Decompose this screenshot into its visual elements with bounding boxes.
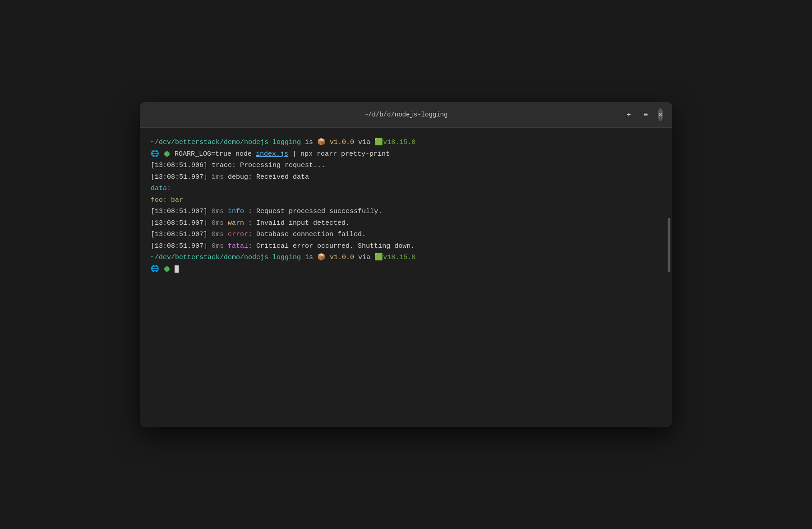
log-line-trace: [13:08:51.906] trace: Processing request…	[151, 160, 661, 172]
menu-button[interactable]: ≡	[641, 110, 651, 120]
version-2: v1.0.0	[326, 254, 354, 261]
version-1: v1.0.0	[326, 139, 354, 146]
path-line-2: ~/dev/betterstack/demo/nodejs-logging is…	[151, 252, 661, 264]
error-level: error	[228, 231, 248, 238]
timestamp-debug: [13:08:51.907]	[151, 173, 208, 181]
scrollbar[interactable]	[668, 218, 670, 272]
debug-level: debug: Received data	[228, 173, 309, 181]
titlebar-title: ~/d/b/d/nodejs-logging	[185, 111, 627, 118]
terminal-body[interactable]: ~/dev/betterstack/demo/nodejs-logging is…	[140, 128, 672, 427]
prompt-line: 🌐	[151, 264, 661, 275]
env-var: ROARR_LOG=true node	[175, 150, 256, 158]
data-label: data:	[151, 185, 171, 192]
fatal-message: : Critical error occurred. Shutting down…	[248, 242, 415, 250]
log-line-debug: [13:08:51.907] 1ms debug: Received data	[151, 172, 661, 183]
is-text-1: is	[301, 139, 317, 146]
log-line-warn: [13:08:51.907] 0ms warn : Invalid input …	[151, 218, 661, 229]
timestamp-warn: [13:08:51.907]	[151, 219, 208, 227]
via-text-2: via	[354, 254, 374, 261]
is-text-2: is	[301, 254, 317, 261]
path-text-2: ~/dev/betterstack/demo/nodejs-logging	[151, 254, 301, 261]
data-content-line: foo: bar	[151, 195, 661, 206]
path-text-1: ~/dev/betterstack/demo/nodejs-logging	[151, 139, 301, 146]
via-text-1: via	[354, 139, 374, 146]
package-emoji-2: 📦	[317, 254, 326, 261]
ms-warn: 0ms	[212, 219, 228, 227]
trace-level: trace: Processing request...	[212, 162, 325, 169]
fatal-level: fatal	[228, 242, 248, 250]
status-dot	[164, 151, 170, 157]
titlebar-controls: + ≡ ✕	[627, 108, 663, 121]
new-tab-button[interactable]: +	[624, 110, 633, 120]
log-line-fatal: [13:08:51.907] 0ms fatal: Critical error…	[151, 241, 661, 252]
timestamp-info: [13:08:51.907]	[151, 208, 208, 215]
titlebar: ~/d/b/d/nodejs-logging + ≡ ✕	[140, 102, 672, 128]
log-line-error: [13:08:51.907] 0ms error: Database conne…	[151, 229, 661, 241]
node-version-1: v18.15.0	[383, 139, 415, 146]
timestamp-trace: [13:08:51.906]	[151, 162, 208, 169]
info-level: info	[228, 208, 244, 215]
shell-icon: 🌐	[151, 150, 159, 158]
ms-info: 0ms	[212, 208, 228, 215]
ms-fatal: 0ms	[212, 242, 228, 250]
status-dot-2	[164, 266, 170, 272]
timestamp-error: [13:08:51.907]	[151, 231, 208, 238]
data-content: foo: bar	[151, 196, 183, 204]
info-message: : Request processed successfully.	[244, 208, 382, 215]
pipe-command: | npx roarr pretty-print	[288, 150, 390, 158]
terminal-window: ~/d/b/d/nodejs-logging + ≡ ✕ ~/dev/bette…	[140, 102, 672, 427]
error-message: : Database connection failed.	[248, 231, 366, 238]
data-label-line: data:	[151, 183, 661, 195]
close-button[interactable]: ✕	[658, 108, 663, 121]
path-line-1: ~/dev/betterstack/demo/nodejs-logging is…	[151, 137, 661, 148]
timestamp-fatal: [13:08:51.907]	[151, 242, 208, 250]
node-emoji-1: 🟩	[374, 139, 383, 146]
warn-message: : Invalid input detected.	[244, 219, 350, 227]
node-version-2: v18.15.0	[383, 254, 415, 261]
package-emoji-1: 📦	[317, 139, 326, 146]
warn-level: warn	[228, 219, 244, 227]
shell-icon-2: 🌐	[151, 265, 159, 273]
node-emoji-2: 🟩	[374, 254, 383, 261]
ms-error: 0ms	[212, 231, 228, 238]
terminal-cursor	[175, 265, 179, 273]
log-line-info: [13:08:51.907] 0ms info : Request proces…	[151, 206, 661, 218]
index-js-link[interactable]: index.js	[256, 150, 288, 158]
command-line: 🌐 ROARR_LOG=true node index.js | npx roa…	[151, 148, 661, 160]
ms-debug: 1ms	[212, 173, 228, 181]
